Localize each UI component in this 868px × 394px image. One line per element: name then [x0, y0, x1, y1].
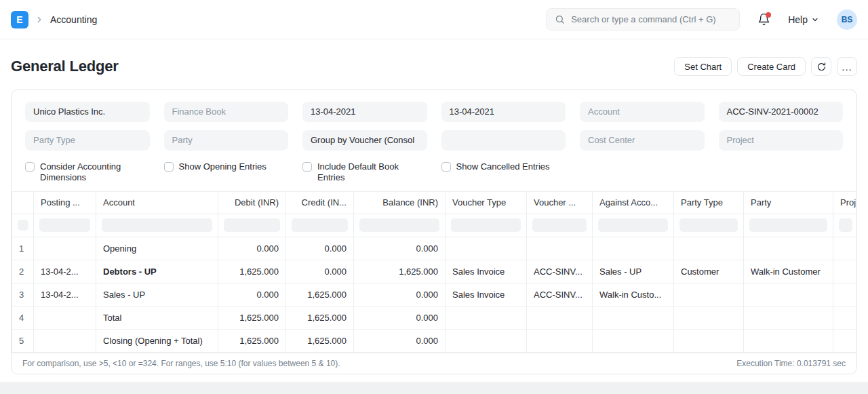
filter-company[interactable]: Unico Plastics Inc. — [25, 102, 150, 122]
table-cell[interactable]: Opening — [96, 237, 218, 260]
table-cell[interactable]: 13-04-2... — [34, 260, 96, 283]
breadcrumb[interactable]: Accounting — [50, 14, 97, 25]
table-cell[interactable] — [833, 306, 858, 329]
column-header[interactable]: Posting ... — [34, 192, 96, 214]
column-filter-input[interactable] — [39, 218, 90, 232]
table-cell[interactable]: 0.000 — [354, 283, 446, 306]
table-cell[interactable]: 0.000 — [218, 283, 286, 306]
table-cell[interactable]: Sales Invoice — [446, 260, 527, 283]
checkbox-box[interactable] — [302, 162, 312, 172]
table-cell[interactable]: 0.000 — [354, 237, 446, 260]
column-filter-input[interactable] — [292, 218, 348, 232]
table-cell[interactable]: Sales - UP — [96, 283, 218, 306]
help-menu[interactable]: Help — [788, 14, 819, 25]
table-cell[interactable]: Walk-in Customer — [744, 260, 833, 283]
column-header[interactable]: Party — [744, 192, 833, 214]
column-header[interactable]: Voucher ... — [527, 192, 593, 214]
column-header[interactable]: Party Type — [674, 192, 744, 214]
table-cell[interactable]: Total — [96, 306, 218, 329]
table-cell[interactable] — [833, 283, 858, 306]
table-cell[interactable] — [674, 283, 744, 306]
app-logo[interactable]: E — [11, 11, 28, 28]
filter-to-date[interactable]: 13-04-2021 — [441, 102, 566, 122]
table-cell[interactable] — [744, 306, 833, 329]
column-header[interactable]: Credit (IN... — [286, 192, 354, 214]
checkbox-show-opening-entries[interactable]: Show Opening Entries — [164, 161, 289, 183]
table-cell[interactable] — [446, 306, 527, 329]
set-chart-button[interactable]: Set Chart — [674, 57, 732, 76]
table-cell[interactable]: 1,625.000 — [286, 306, 354, 329]
column-filter-input[interactable] — [224, 218, 280, 232]
table-cell[interactable] — [593, 237, 674, 260]
table-cell[interactable]: Sales Invoice — [446, 283, 527, 306]
table-cell[interactable] — [674, 237, 744, 260]
table-cell[interactable] — [34, 237, 96, 260]
user-avatar[interactable]: BS — [837, 9, 857, 30]
column-header[interactable]: Debit (INR) — [218, 192, 286, 214]
table-cell[interactable]: ACC-SINV... — [527, 283, 593, 306]
column-header[interactable]: Account — [96, 192, 218, 214]
table-cell[interactable]: 1,625.000 — [354, 260, 446, 283]
checkbox-show-cancelled-entries[interactable]: Show Cancelled Entries — [441, 161, 566, 183]
checkbox-box[interactable] — [441, 162, 451, 172]
table-cell[interactable] — [34, 306, 96, 329]
checkbox-consider-accounting-dimensions[interactable]: Consider Accounting Dimensions — [25, 161, 150, 183]
notifications-button[interactable] — [757, 13, 770, 26]
table-cell[interactable]: 1,625.000 — [218, 329, 286, 352]
filter-voucher-no[interactable]: ACC-SINV-2021-00002 — [719, 102, 844, 122]
table-cell[interactable] — [446, 329, 527, 352]
table-cell[interactable] — [674, 306, 744, 329]
table-cell[interactable] — [674, 329, 744, 352]
column-header[interactable]: Against Acco... — [593, 192, 674, 214]
table-cell[interactable]: 0.000 — [286, 237, 354, 260]
create-card-button[interactable]: Create Card — [737, 57, 806, 76]
more-menu-button[interactable]: ... — [837, 57, 857, 76]
table-cell[interactable] — [446, 237, 527, 260]
table-cell[interactable]: 0.000 — [286, 260, 354, 283]
column-filter-input[interactable] — [839, 218, 852, 232]
refresh-button[interactable] — [811, 57, 831, 76]
filter-party[interactable]: Party — [164, 130, 289, 151]
table-cell[interactable]: Closing (Opening + Total) — [96, 329, 218, 352]
table-cell[interactable]: Sales - UP — [593, 260, 674, 283]
table-cell[interactable] — [833, 237, 858, 260]
table-cell[interactable] — [833, 260, 858, 283]
column-filter-input[interactable] — [18, 220, 28, 231]
column-header[interactable]: Voucher Type — [446, 192, 527, 214]
table-cell[interactable]: 1,625.000 — [218, 306, 286, 329]
table-cell[interactable] — [527, 329, 593, 352]
table-cell[interactable] — [744, 283, 833, 306]
filter-project[interactable]: Project — [719, 130, 844, 151]
table-cell[interactable]: Debtors - UP — [96, 260, 218, 283]
column-header[interactable] — [12, 192, 34, 214]
search-input[interactable]: Search or type a command (Ctrl + G) — [546, 8, 740, 31]
table-cell[interactable] — [744, 237, 833, 260]
filter-from-date[interactable]: 13-04-2021 — [302, 102, 427, 122]
column-filter-input[interactable] — [679, 218, 738, 232]
table-cell[interactable]: 0.000 — [354, 306, 446, 329]
table-cell[interactable] — [527, 237, 593, 260]
table-cell[interactable]: ACC-SINV... — [527, 260, 593, 283]
table-cell[interactable]: 0.000 — [354, 329, 446, 352]
checkbox-box[interactable] — [25, 162, 35, 172]
table-cell[interactable] — [833, 329, 858, 352]
table-cell[interactable]: 13-04-2... — [34, 283, 96, 306]
column-filter-input[interactable] — [598, 218, 668, 232]
table-cell[interactable] — [527, 306, 593, 329]
table-cell[interactable]: 1,625.000 — [218, 260, 286, 283]
checkbox-box[interactable] — [164, 162, 174, 172]
column-filter-input[interactable] — [749, 218, 827, 232]
table-cell[interactable] — [34, 329, 96, 352]
filter-party-type[interactable]: Party Type — [25, 130, 150, 151]
filter-group-by[interactable]: Group by Voucher (Consol — [302, 130, 427, 151]
filter-cost-center[interactable]: Cost Center — [580, 130, 705, 151]
table-cell[interactable]: 0.000 — [218, 237, 286, 260]
checkbox-include-default-book-entries[interactable]: Include Default Book Entries — [302, 161, 427, 183]
filter-account[interactable]: Account — [580, 102, 705, 122]
table-cell[interactable]: 1,625.000 — [286, 283, 354, 306]
table-cell[interactable] — [593, 329, 674, 352]
column-filter-input[interactable] — [102, 218, 212, 232]
column-filter-input[interactable] — [451, 218, 521, 232]
table-cell[interactable]: Walk-in Custo... — [593, 283, 674, 306]
table-cell[interactable] — [744, 329, 833, 352]
